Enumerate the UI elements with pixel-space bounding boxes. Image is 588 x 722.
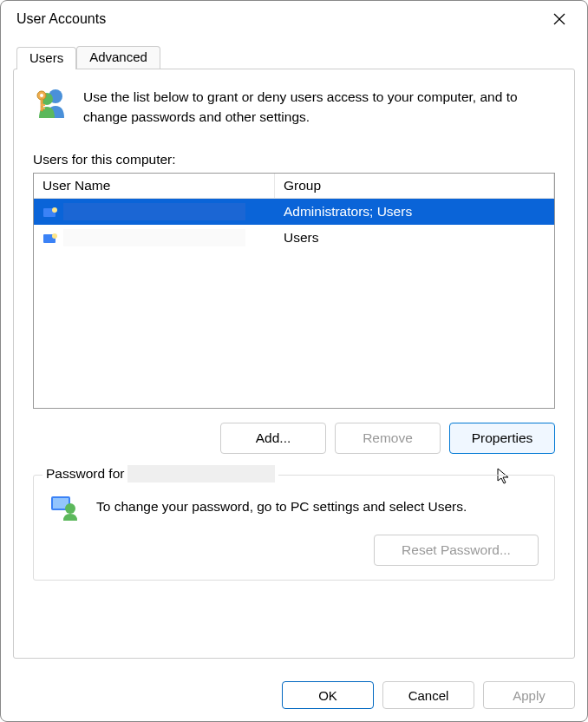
intro-text: Use the list below to grant or deny user…: [83, 85, 555, 128]
tab-strip: Users Advanced: [16, 46, 575, 69]
remove-button[interactable]: Remove: [335, 423, 441, 454]
svg-rect-8: [41, 108, 45, 109]
users-key-icon: [33, 85, 68, 120]
titlebar: User Accounts: [1, 1, 587, 37]
username-redacted: [63, 229, 245, 246]
tab-advanced[interactable]: Advanced: [76, 46, 160, 69]
users-list[interactable]: User Name Group Administrators; Users: [33, 173, 555, 409]
dialog-button-row: OK Cancel Apply: [1, 669, 587, 721]
tab-users[interactable]: Users: [16, 47, 76, 69]
password-user-icon: [49, 491, 81, 522]
user-row[interactable]: Administrators; Users: [34, 199, 554, 225]
username-redacted: [63, 203, 245, 220]
column-header-username[interactable]: User Name: [34, 174, 275, 198]
password-section: Password for To change your password, go…: [33, 475, 555, 581]
tab-content-users: Use the list below to grant or deny user…: [13, 69, 575, 659]
intro-row: Use the list below to grant or deny user…: [33, 85, 555, 128]
group-cell: Administrators; Users: [275, 204, 554, 220]
ok-button[interactable]: OK: [282, 681, 374, 709]
column-header-group[interactable]: Group: [275, 174, 554, 198]
password-legend: Password for: [42, 465, 278, 482]
user-row[interactable]: Users: [34, 225, 554, 251]
list-header: User Name Group: [34, 174, 554, 199]
group-cell: Users: [275, 230, 554, 246]
svg-point-10: [52, 207, 57, 213]
user-icon: [42, 206, 58, 218]
properties-button[interactable]: Properties: [449, 423, 555, 454]
password-instruction-text: To change your password, go to PC settin…: [96, 499, 467, 515]
user-accounts-dialog: User Accounts Users Advanced: [0, 0, 588, 722]
add-button[interactable]: Add...: [220, 423, 326, 454]
close-icon: [553, 13, 565, 25]
password-username-redacted: [127, 465, 275, 482]
window-title: User Accounts: [16, 11, 544, 27]
cancel-button[interactable]: Cancel: [382, 681, 474, 709]
password-legend-prefix: Password for: [46, 466, 124, 482]
svg-point-15: [65, 503, 75, 514]
close-button[interactable]: [544, 7, 575, 31]
svg-rect-7: [41, 104, 45, 106]
apply-button[interactable]: Apply: [483, 681, 575, 709]
user-icon: [42, 232, 58, 244]
reset-password-button[interactable]: Reset Password...: [374, 535, 539, 566]
svg-point-5: [40, 94, 43, 97]
svg-point-12: [52, 233, 57, 239]
users-list-label: Users for this computer:: [33, 152, 555, 167]
